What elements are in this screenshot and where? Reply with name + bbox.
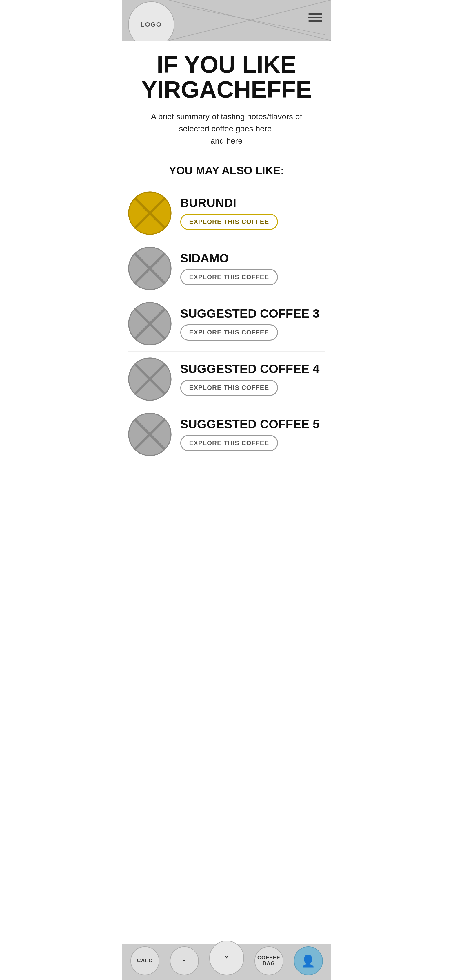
- coffee-thumbnail: [128, 191, 172, 235]
- hamburger-line-1: [308, 13, 322, 15]
- explore-coffee-button[interactable]: EXPLORE THIS COFFEE: [180, 325, 278, 340]
- coffee-name: SUGGESTED COFFEE 5: [180, 418, 325, 431]
- page-spacer: [122, 468, 331, 508]
- hamburger-line-3: [308, 20, 322, 22]
- hero-description: A brief summary of tasting notes/flavors…: [131, 111, 322, 147]
- logo[interactable]: LOGO: [128, 2, 174, 41]
- explore-coffee-button[interactable]: EXPLORE THIS COFFEE: [180, 269, 278, 285]
- explore-coffee-button[interactable]: EXPLORE THIS COFFEE: [180, 214, 278, 230]
- coffee-name: BURUNDI: [180, 196, 325, 210]
- hamburger-button[interactable]: [305, 10, 325, 25]
- hamburger-line-2: [308, 17, 322, 18]
- explore-coffee-button[interactable]: EXPLORE THIS COFFEE: [180, 380, 278, 396]
- hero-section: IF YOU LIKE YIRGACHEFFE A brief summary …: [122, 41, 331, 164]
- coffee-list: BURUNDIEXPLORE THIS COFFEE SIDAMOEXPLORE…: [122, 186, 331, 468]
- coffee-item: BURUNDIEXPLORE THIS COFFEE: [128, 186, 325, 241]
- coffee-thumbnail: [128, 357, 172, 401]
- coffee-info: SUGGESTED COFFEE 5EXPLORE THIS COFFEE: [180, 418, 325, 451]
- coffee-name: SUGGESTED COFFEE 3: [180, 307, 325, 320]
- coffee-item: SUGGESTED COFFEE 3EXPLORE THIS COFFEE: [128, 296, 325, 352]
- coffee-thumbnail: [128, 247, 172, 290]
- hero-title: IF YOU LIKE YIRGACHEFFE: [131, 52, 322, 102]
- coffee-item: SUGGESTED COFFEE 4EXPLORE THIS COFFEE: [128, 352, 325, 407]
- coffee-info: SIDAMOEXPLORE THIS COFFEE: [180, 252, 325, 285]
- coffee-thumbnail: [128, 302, 172, 345]
- coffee-info: SUGGESTED COFFEE 4EXPLORE THIS COFFEE: [180, 362, 325, 396]
- coffee-info: BURUNDIEXPLORE THIS COFFEE: [180, 196, 325, 230]
- svg-line-2: [180, 6, 325, 35]
- explore-coffee-button[interactable]: EXPLORE THIS COFFEE: [180, 435, 278, 451]
- coffee-name: SUGGESTED COFFEE 4: [180, 362, 325, 375]
- coffee-item: SUGGESTED COFFEE 5EXPLORE THIS COFFEE: [128, 407, 325, 462]
- coffee-info: SUGGESTED COFFEE 3EXPLORE THIS COFFEE: [180, 307, 325, 340]
- coffee-item: SIDAMOEXPLORE THIS COFFEE: [128, 241, 325, 296]
- coffee-name: SIDAMO: [180, 252, 325, 265]
- coffee-thumbnail: [128, 413, 172, 456]
- you-may-also-like-heading: YOU MAY ALSO LIKE:: [122, 164, 331, 177]
- header: LOGO: [122, 0, 331, 41]
- logo-label: LOGO: [140, 21, 162, 29]
